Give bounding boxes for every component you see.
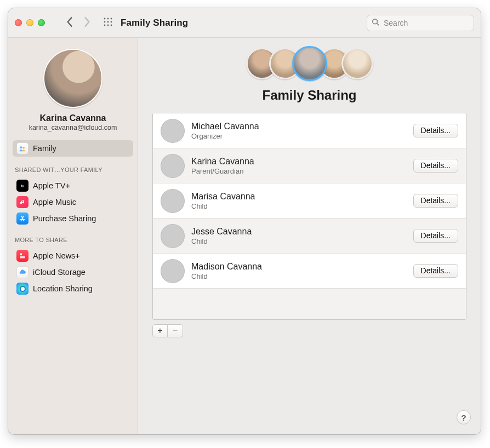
add-remove-controls: + − xyxy=(152,324,481,337)
find-my-icon xyxy=(16,283,29,295)
chevron-right-icon xyxy=(83,20,91,29)
apple-tv-icon: tv xyxy=(16,180,29,192)
account-header: Karina Cavanna karina_cavanna@icloud.com xyxy=(8,38,138,138)
table-empty-space xyxy=(153,289,466,319)
sidebar-item-purchase-sharing[interactable]: Purchase Sharing xyxy=(13,210,133,227)
hero: Family Sharing xyxy=(138,38,481,103)
member-role: Organizer xyxy=(191,132,413,140)
avatar xyxy=(292,46,327,81)
avatar xyxy=(161,224,185,248)
sidebar-item-label: Family xyxy=(33,144,56,153)
sidebar-item-location-sharing[interactable]: Location Sharing xyxy=(13,280,133,297)
svg-point-6 xyxy=(104,25,106,26)
sidebar-item-apple-music[interactable]: Apple Music xyxy=(13,194,133,210)
show-all-button[interactable] xyxy=(103,17,113,28)
member-role: Child xyxy=(191,237,413,245)
member-name: Madison Cavanna xyxy=(191,261,413,272)
search-icon xyxy=(372,18,383,27)
search-input[interactable] xyxy=(383,18,469,28)
svg-point-1 xyxy=(107,18,109,20)
member-row[interactable]: Madison Cavanna Child Details... xyxy=(153,254,466,289)
minus-icon: − xyxy=(173,326,178,336)
details-button[interactable]: Details... xyxy=(413,229,458,243)
avatar xyxy=(161,259,185,283)
sidebar-item-apple-tv[interactable]: tv Apple TV+ xyxy=(13,177,133,194)
sidebar-header-shared: SHARED WIT…YOUR FAMILY xyxy=(8,161,138,175)
svg-point-7 xyxy=(107,25,109,26)
app-store-icon xyxy=(16,212,29,225)
account-name: Karina Cavanna xyxy=(40,113,106,123)
account-email: karina_cavanna@icloud.com xyxy=(29,124,117,131)
member-row[interactable]: Karina Cavanna Parent/Guardian Details..… xyxy=(153,148,466,183)
sidebar-item-label: Location Sharing xyxy=(33,284,93,293)
sidebar-item-label: Apple Music xyxy=(33,198,76,206)
hero-title: Family Sharing xyxy=(262,88,356,103)
svg-point-9 xyxy=(373,19,378,24)
member-name: Karina Cavanna xyxy=(191,156,413,166)
sidebar-item-label: Purchase Sharing xyxy=(33,214,96,223)
svg-point-2 xyxy=(111,18,112,20)
member-name: Jesse Cavanna xyxy=(191,226,413,237)
close-window-button[interactable] xyxy=(15,19,22,26)
window-controls xyxy=(15,19,45,26)
sidebar-item-apple-news[interactable]: Apple News+ xyxy=(13,248,133,264)
details-button[interactable]: Details... xyxy=(413,159,458,173)
member-row[interactable]: Marisa Cavanna Child Details... xyxy=(153,183,466,219)
avatar xyxy=(161,154,185,178)
content-pane: Family Sharing Michael Cavanna Organizer… xyxy=(138,38,481,434)
titlebar: Family Sharing xyxy=(8,8,481,38)
family-icon xyxy=(16,142,29,154)
member-row[interactable]: Jesse Cavanna Child Details... xyxy=(153,219,466,254)
svg-point-11 xyxy=(20,146,22,148)
svg-point-3 xyxy=(104,21,106,23)
sidebar-item-family[interactable]: Family xyxy=(13,140,133,157)
members-table: Michael Cavanna Organizer Details... Kar… xyxy=(152,113,466,320)
details-button[interactable]: Details... xyxy=(413,194,458,208)
back-button[interactable] xyxy=(66,16,73,29)
member-row[interactable]: Michael Cavanna Organizer Details... xyxy=(153,113,466,148)
family-avatar-stack xyxy=(246,48,373,81)
sidebar-header-more: MORE TO SHARE xyxy=(8,231,138,245)
nav-arrows xyxy=(66,16,91,29)
help-icon: ? xyxy=(461,413,466,422)
svg-rect-13 xyxy=(20,254,22,256)
add-member-button[interactable]: + xyxy=(152,324,168,337)
svg-point-8 xyxy=(111,25,112,26)
sidebar-item-icloud-storage[interactable]: iCloud Storage xyxy=(13,264,133,280)
member-name: Marisa Cavanna xyxy=(191,191,413,202)
window-title: Family Sharing xyxy=(121,18,188,28)
chevron-left-icon xyxy=(66,20,73,29)
svg-point-12 xyxy=(22,147,25,149)
avatar xyxy=(161,189,185,213)
account-avatar[interactable] xyxy=(43,49,102,108)
minimize-window-button[interactable] xyxy=(26,19,33,26)
details-button[interactable]: Details... xyxy=(413,124,458,137)
svg-point-5 xyxy=(111,21,112,23)
member-name: Michael Cavanna xyxy=(191,121,413,131)
avatar xyxy=(161,119,185,143)
icloud-icon xyxy=(16,266,29,278)
prefs-window: Family Sharing Karina Cavanna karina_cav… xyxy=(8,8,481,435)
search-field[interactable] xyxy=(367,15,474,31)
member-role: Parent/Guardian xyxy=(191,167,413,175)
sidebar: Karina Cavanna karina_cavanna@icloud.com… xyxy=(8,38,138,434)
member-role: Child xyxy=(191,272,413,280)
zoom-window-button[interactable] xyxy=(38,19,45,26)
member-role: Child xyxy=(191,202,413,210)
grid-icon xyxy=(103,17,113,28)
details-button[interactable]: Details... xyxy=(413,264,458,278)
forward-button[interactable] xyxy=(83,16,91,29)
apple-music-icon xyxy=(16,196,29,208)
apple-news-icon xyxy=(16,250,29,262)
sidebar-item-label: Apple TV+ xyxy=(33,181,70,190)
svg-line-10 xyxy=(377,24,379,26)
sidebar-item-label: Apple News+ xyxy=(33,251,80,260)
svg-point-4 xyxy=(107,21,109,23)
help-button[interactable]: ? xyxy=(457,410,471,424)
remove-member-button[interactable]: − xyxy=(168,324,183,337)
sidebar-item-label: iCloud Storage xyxy=(33,268,86,277)
svg-point-0 xyxy=(104,18,106,20)
plus-icon: + xyxy=(157,326,162,336)
avatar xyxy=(341,48,373,79)
